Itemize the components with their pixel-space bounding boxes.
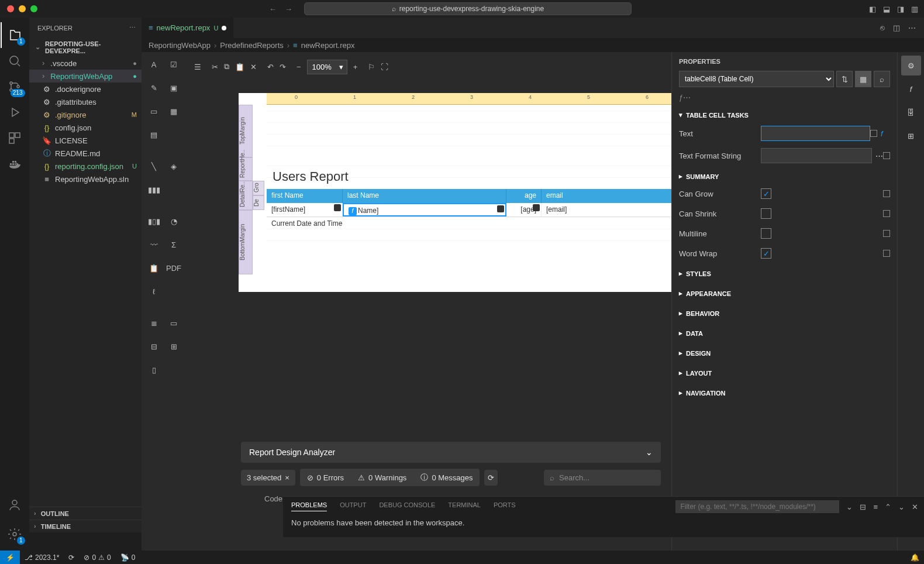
split-editor-icon[interactable]: ◫ — [893, 23, 900, 32]
tab-debug[interactable]: DEBUG CONSOLE — [379, 501, 435, 511]
tree-folder-reportingwebapp[interactable]: ReportingWebApp● — [29, 70, 142, 82]
tree-file-readme[interactable]: ⓘREADME.md — [29, 147, 142, 160]
activity-account-icon[interactable] — [1, 492, 29, 518]
problems-status[interactable]: ⊘0 ⚠0 — [79, 553, 115, 562]
tree-file-reporting-config[interactable]: {}reporting.config.jsonU — [29, 160, 142, 173]
remote-button[interactable]: ⚡ — [0, 551, 20, 564]
prop-format-input[interactable] — [761, 148, 872, 163]
outline-section[interactable]: OUTLINE — [29, 507, 142, 520]
tree-file-dockerignore[interactable]: ⚙.dockerignore — [29, 82, 142, 95]
activity-debug-icon[interactable] — [1, 99, 29, 125]
fieldlist-tab-icon[interactable]: 🗄 — [901, 102, 921, 122]
tab-ports[interactable]: PORTS — [494, 501, 516, 511]
band-detail[interactable]: DetailRe.. — [239, 181, 253, 210]
section-styles[interactable]: ▸STYLES — [672, 263, 897, 283]
categorized-icon[interactable]: ▦ — [855, 71, 871, 87]
tool-subreport-icon[interactable]: ▯ — [144, 360, 163, 379]
activity-scm-icon[interactable]: 213 — [1, 74, 29, 99]
sync-status[interactable]: ⟳ — [64, 553, 79, 562]
section-navigation[interactable]: ▸NAVIGATION — [672, 383, 897, 403]
tool-sparkline-icon[interactable]: 〰 — [144, 235, 163, 254]
tool-pdf-icon[interactable]: PDF — [164, 259, 183, 277]
cangrow-checkbox[interactable]: ✓ — [761, 188, 771, 199]
tool-panel-icon[interactable]: ▭ — [144, 102, 163, 121]
reset-icon[interactable] — [883, 250, 890, 257]
tool-image-icon[interactable]: ▣ — [164, 78, 183, 97]
messages-filter[interactable]: ⓘ0 Messages — [413, 469, 480, 486]
zoom-select[interactable]: 100% — [307, 60, 347, 74]
tree-folder-vscode[interactable]: .vscode● — [29, 57, 142, 70]
tool-barcode-icon[interactable]: ▮▮▮ — [144, 180, 163, 199]
tool-line-icon[interactable]: ╲ — [144, 157, 163, 176]
band-bottommargin[interactable]: BottomMargin — [239, 210, 253, 274]
tool-pageinfo-icon[interactable]: ▭ — [164, 314, 183, 332]
zoom-out-icon[interactable]: − — [296, 63, 301, 71]
undo-icon[interactable]: ↶ — [267, 63, 274, 71]
section-tablecell[interactable]: ▾TABLE CELL TASKS — [672, 105, 897, 122]
section-behavior[interactable]: ▸BEHAVIOR — [672, 303, 897, 323]
explorer-more-icon[interactable]: ⋯ — [129, 24, 136, 32]
paste-icon[interactable]: 📋 — [235, 63, 244, 71]
collapse-icon[interactable]: ⊟ — [860, 503, 866, 511]
activity-explorer-icon[interactable]: 1 — [1, 22, 29, 48]
band-reportheader[interactable]: ReportHe.. — [239, 157, 253, 181]
copy-icon[interactable]: ⧉ — [224, 62, 229, 71]
compare-changes-icon[interactable]: ⎋ — [880, 23, 885, 32]
warnings-filter[interactable]: ⚠0 Warnings — [351, 469, 413, 486]
element-selector[interactable]: tableCell8 (Table Cell) — [679, 71, 834, 87]
canshrink-checkbox[interactable] — [761, 208, 771, 219]
report-title[interactable]: Users Report — [267, 157, 695, 189]
table-data-row[interactable]: [firstName] fName] [age] [email] — [267, 203, 695, 217]
tool-richtext-icon[interactable]: ✎ — [144, 78, 163, 97]
date-cell[interactable]: Current Date and Time — [267, 217, 695, 252]
reset-icon[interactable] — [883, 210, 890, 217]
reset-icon[interactable] — [883, 190, 890, 197]
delete-icon[interactable]: ✕ — [250, 63, 257, 71]
tab-terminal[interactable]: TERMINAL — [448, 501, 481, 511]
layout-right-icon[interactable]: ◨ — [897, 5, 904, 13]
tab-problems[interactable]: PROBLEMS — [291, 501, 327, 511]
expressions-tab-icon[interactable]: f — [901, 79, 921, 99]
tool-gauge-icon[interactable]: ◔ — [164, 212, 183, 231]
wordwrap-checkbox[interactable]: ✓ — [761, 248, 771, 259]
nav-back-icon[interactable]: ← — [269, 5, 277, 13]
tool-charcomb-icon[interactable]: ▤ — [144, 125, 163, 144]
multiline-checkbox[interactable] — [761, 228, 771, 239]
tree-file-config[interactable]: {}config.json — [29, 121, 142, 134]
analyzer-header[interactable]: Report Design Analyzer ⌄ — [241, 442, 661, 463]
design-canvas[interactable]: 0 1 2 3 4 5 6 TopMargin ReportHe.. Detai… — [239, 93, 695, 292]
tree-file-sln[interactable]: ≡ReportingWebApp.sln — [29, 173, 142, 185]
cut-icon[interactable]: ✂ — [212, 63, 218, 71]
selected-filter[interactable]: 3 selected× — [241, 470, 295, 486]
fullscreen-icon[interactable]: ⛶ — [381, 63, 388, 71]
properties-tab-icon[interactable]: ⚙ — [901, 56, 921, 75]
editor-tab[interactable]: ≡ newReport.repx U — [142, 18, 234, 38]
tool-clipboard-icon[interactable]: 📋 — [144, 259, 163, 277]
prop-text-input[interactable] — [761, 126, 870, 141]
notifications-icon[interactable]: 🔔 — [906, 553, 924, 562]
band-group[interactable]: Gro — [253, 181, 264, 195]
nav-forward-icon[interactable]: → — [285, 5, 292, 13]
more-actions-icon[interactable]: ⋯ — [908, 23, 916, 32]
expression-icon[interactable]: ƒ⋯ — [672, 90, 897, 105]
ellipsis-icon[interactable]: ⋯ — [875, 152, 883, 160]
workspace-header[interactable]: REPORTING-USE-DEVEXPRE... — [29, 38, 142, 57]
breadcrumb[interactable]: ReportingWebApp› PredefinedReports› ≡new… — [142, 38, 924, 52]
chevron-down-icon[interactable]: ⌄ — [646, 448, 653, 457]
branch-status[interactable]: ⎇2023.1* — [20, 553, 64, 562]
refresh-button[interactable]: ⟳ — [484, 470, 498, 486]
activity-extensions-icon[interactable] — [1, 125, 29, 151]
section-appearance[interactable]: ▸APPEARANCE — [672, 283, 897, 303]
reportexplorer-tab-icon[interactable]: ⊞ — [901, 126, 921, 146]
chevron-down-icon[interactable]: ⌄ — [898, 503, 905, 511]
ports-status[interactable]: 📡0 — [116, 553, 140, 562]
search-props-icon[interactable]: ⌕ — [874, 71, 890, 87]
tool-table-icon[interactable]: ▦ — [164, 102, 183, 121]
clear-icon[interactable]: × — [285, 473, 289, 482]
tool-toc-icon[interactable]: ≣ — [144, 314, 163, 332]
fx-icon[interactable]: f — [881, 129, 890, 138]
tool-checkbox-icon[interactable]: ☑ — [164, 55, 183, 74]
tool-label-icon[interactable]: A — [144, 55, 163, 74]
tree-file-gitignore[interactable]: ⚙.gitignoreM — [29, 108, 142, 121]
chevron-up-icon[interactable]: ⌃ — [885, 503, 891, 511]
